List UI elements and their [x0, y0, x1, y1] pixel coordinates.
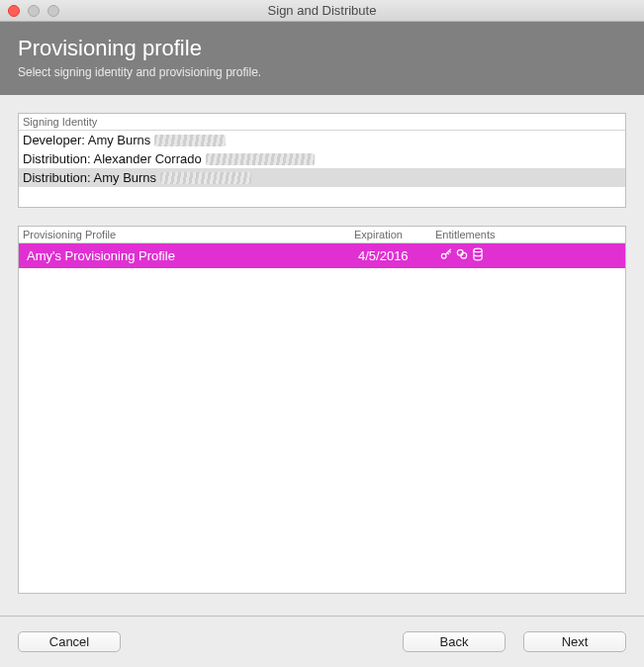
signing-identity-panel: Signing Identity Developer: Amy Burns Di… — [18, 113, 626, 208]
column-header-entitlements[interactable]: Entitlements — [431, 227, 625, 242]
signing-identity-row[interactable]: Developer: Amy Burns — [19, 131, 625, 149]
cancel-button[interactable]: Cancel — [18, 631, 121, 652]
profile-entitlements — [435, 245, 621, 266]
zoom-window-button[interactable] — [47, 5, 59, 17]
next-button[interactable]: Next — [523, 631, 626, 652]
page-title: Provisioning profile — [18, 36, 626, 61]
page-header: Provisioning profile Select signing iden… — [0, 22, 644, 95]
signing-identity-row[interactable]: Distribution: Alexander Corrado — [19, 149, 625, 168]
titlebar: Sign and Distribute — [0, 0, 644, 22]
signing-identity-label: Distribution: Amy Burns — [23, 170, 156, 185]
key-icon — [439, 247, 453, 264]
svg-point-3 — [474, 248, 482, 252]
gamecenter-icon — [455, 247, 469, 264]
traffic-lights — [0, 5, 59, 17]
footer-button-bar: Cancel Back Next — [0, 616, 644, 667]
back-button[interactable]: Back — [403, 631, 506, 652]
content-area: Signing Identity Developer: Amy Burns Di… — [0, 95, 644, 594]
database-icon — [471, 247, 485, 264]
page-subtitle: Select signing identity and provisioning… — [18, 65, 626, 79]
profile-expiration: 4/5/2016 — [354, 246, 435, 265]
signing-identity-label: Distribution: Alexander Corrado — [23, 151, 202, 166]
signing-identity-label: Developer: Amy Burns — [23, 133, 150, 147]
column-header-name[interactable]: Provisioning Profile — [19, 227, 350, 242]
column-header-expiration[interactable]: Expiration — [350, 227, 431, 242]
provisioning-profile-row[interactable]: Amy's Provisioning Profile 4/5/2016 — [19, 243, 625, 268]
svg-point-0 — [441, 253, 446, 258]
signing-identity-header: Signing Identity — [19, 114, 625, 131]
provisioning-profile-panel: Provisioning Profile Expiration Entitlem… — [18, 226, 626, 594]
window-title: Sign and Distribute — [0, 3, 644, 18]
profile-name: Amy's Provisioning Profile — [23, 246, 354, 265]
profile-columns-header: Provisioning Profile Expiration Entitlem… — [19, 227, 625, 243]
redacted-text — [160, 172, 251, 184]
minimize-window-button[interactable] — [28, 5, 40, 17]
redacted-text — [206, 153, 315, 165]
close-window-button[interactable] — [8, 5, 20, 17]
signing-identity-row[interactable]: Distribution: Amy Burns — [19, 168, 625, 187]
redacted-text — [154, 135, 226, 146]
